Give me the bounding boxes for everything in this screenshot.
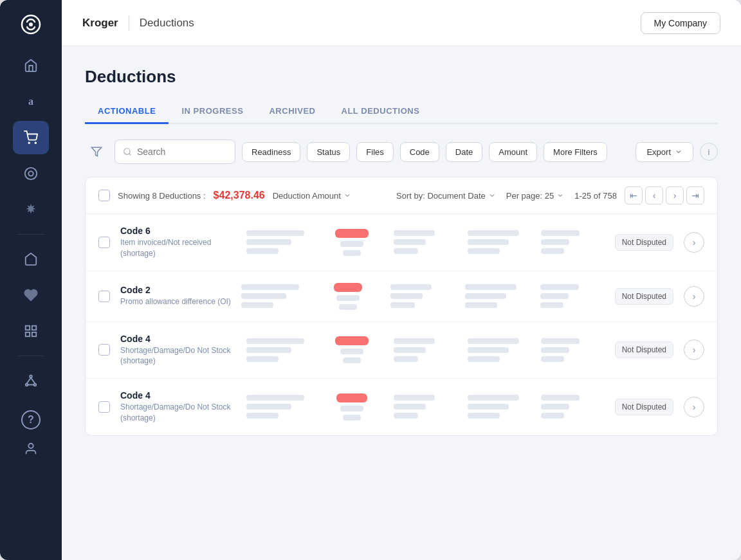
row-nav-button-4[interactable]: › (684, 397, 704, 417)
row-code-info-2: Code 2 Promo allowance difference (OI) (120, 285, 231, 307)
export-button[interactable]: Export (636, 142, 693, 162)
search-box[interactable] (114, 140, 235, 164)
row-skeleton-1b (320, 229, 384, 256)
row-code-info-3: Code 4 Shortage/Damage/Do Not Stock (sho… (120, 334, 236, 367)
row-skeleton-3d (468, 338, 531, 362)
row-skeleton-1a (246, 230, 310, 254)
code-filter-button[interactable]: Code (400, 142, 439, 162)
row-skeleton-4b (320, 393, 384, 420)
row-code-info-4: Code 4 Shortage/Damage/Do Not Stock (sho… (120, 390, 236, 424)
svg-marker-16 (92, 147, 102, 156)
deduction-amount-label: Deduction Amount (273, 191, 351, 201)
sidebar-item-network[interactable] (13, 364, 49, 397)
tab-all-deductions[interactable]: ALL DEDUCTIONS (329, 100, 433, 124)
row-checkbox-2[interactable] (98, 291, 110, 302)
row-status-3: Not Disputed (615, 341, 673, 358)
row-nav-button-1[interactable]: › (684, 232, 704, 253)
row-status-2: Not Disputed (615, 288, 673, 305)
sort-area: Sort by: Document Date Per page: 25 1-25… (396, 186, 704, 204)
row-code-4: Code 4 (120, 390, 236, 401)
sidebar-item-help[interactable]: ? (21, 410, 41, 429)
row-skeleton-1c (394, 230, 457, 254)
row-checkbox-3[interactable] (98, 344, 110, 356)
table-header-bar: Showing 8 Deductions : $42,378.46 Deduct… (86, 177, 717, 214)
row-skeleton-2e (540, 284, 605, 308)
table-row: Code 2 Promo allowance difference (OI) (86, 271, 717, 322)
sidebar-bottom: ? (13, 410, 49, 465)
row-nav-button-3[interactable]: › (684, 339, 704, 360)
app-logo[interactable] (17, 10, 45, 39)
chevron-down-icon[interactable] (343, 192, 351, 199)
row-code-info-1: Code 6 Item invoiced/Not received (short… (120, 226, 236, 259)
sidebar-item-user[interactable] (13, 432, 49, 465)
more-filters-button[interactable]: More Filters (544, 142, 607, 162)
row-checkbox-4[interactable] (98, 401, 110, 413)
last-page-button[interactable]: ⇥ (686, 186, 704, 204)
sidebar-item-home[interactable] (13, 49, 49, 82)
readiness-filter-button[interactable]: Readiness (242, 142, 300, 162)
svg-rect-8 (26, 332, 30, 336)
svg-point-2 (35, 142, 36, 143)
tabs: ACTIONABLE IN PROGRESS ARCHIVED ALL DEDU… (85, 100, 718, 124)
row-skeleton-2c (390, 284, 455, 308)
search-input[interactable] (137, 147, 227, 157)
row-code-2: Code 2 (120, 285, 231, 295)
topbar-separator (129, 15, 129, 31)
sidebar-item-walmart[interactable] (13, 193, 49, 226)
next-page-button[interactable]: › (666, 186, 684, 204)
per-page-button[interactable]: Per page: 25 (506, 191, 564, 201)
svg-point-3 (25, 168, 37, 179)
svg-line-12 (27, 377, 31, 383)
files-filter-button[interactable]: Files (356, 142, 393, 162)
row-checkbox-1[interactable] (98, 237, 110, 248)
table-row: Code 4 Shortage/Damage/Do Not Stock (sho… (86, 379, 717, 435)
sidebar-item-grid[interactable] (13, 314, 49, 348)
row-skeleton-1e (541, 230, 605, 254)
row-skeleton-3c (394, 338, 457, 362)
sidebar-item-homedepot[interactable] (13, 242, 49, 276)
info-icon[interactable]: i (700, 143, 718, 161)
date-filter-button[interactable]: Date (446, 142, 482, 162)
select-all-checkbox[interactable] (98, 190, 110, 201)
table-row: Code 6 Item invoiced/Not received (short… (86, 214, 717, 271)
sidebar-item-favorites[interactable] (13, 278, 49, 312)
svg-point-15 (28, 444, 33, 448)
row-skeleton-1d (468, 230, 531, 254)
sidebar: a ? (0, 0, 62, 560)
row-skeleton-3b (320, 336, 384, 363)
page-info: 1-25 of 758 (574, 191, 617, 201)
sidebar-divider-1 (18, 234, 44, 235)
page-title: Deductions (85, 67, 718, 87)
chevron-down-icon (675, 148, 682, 156)
svg-point-9 (30, 375, 32, 378)
row-subtitle-4: Shortage/Damage/Do Not Stock (shortage) (120, 402, 236, 424)
deductions-table: Showing 8 Deductions : $42,378.46 Deduct… (85, 177, 718, 436)
content-area: Deductions ACTIONABLE IN PROGRESS ARCHIV… (62, 46, 741, 560)
row-subtitle-3: Shortage/Damage/Do Not Stock (shortage) (120, 345, 236, 367)
sort-button[interactable]: Sort by: Document Date (396, 191, 496, 201)
amount-filter-button[interactable]: Amount (489, 142, 537, 162)
sidebar-item-target[interactable] (13, 157, 49, 190)
sidebar-item-amazon[interactable]: a (13, 85, 49, 118)
first-page-button[interactable]: ⇤ (625, 186, 643, 204)
search-icon (123, 147, 132, 156)
total-amount: $42,378.46 (214, 190, 265, 201)
row-nav-button-2[interactable]: › (684, 286, 704, 307)
row-code-1: Code 6 (120, 226, 236, 236)
showing-label: Showing 8 Deductions : (118, 191, 206, 201)
row-skeleton-4e (541, 395, 605, 419)
tab-actionable[interactable]: ACTIONABLE (85, 100, 169, 124)
svg-rect-7 (32, 332, 36, 336)
prev-page-button[interactable]: ‹ (645, 186, 663, 204)
sidebar-item-deductions[interactable] (13, 121, 49, 154)
tab-archived[interactable]: ARCHIVED (256, 100, 328, 124)
status-filter-button[interactable]: Status (307, 142, 350, 162)
filter-icon[interactable] (85, 140, 108, 163)
row-skeleton-4c (394, 395, 457, 419)
svg-line-13 (31, 377, 35, 383)
my-company-button[interactable]: My Company (641, 12, 720, 34)
row-subtitle-1: Item invoiced/Not received (shortage) (120, 237, 236, 259)
tab-in-progress[interactable]: IN PROGRESS (169, 100, 256, 124)
sort-chevron-icon (488, 192, 496, 199)
svg-point-4 (28, 171, 33, 176)
